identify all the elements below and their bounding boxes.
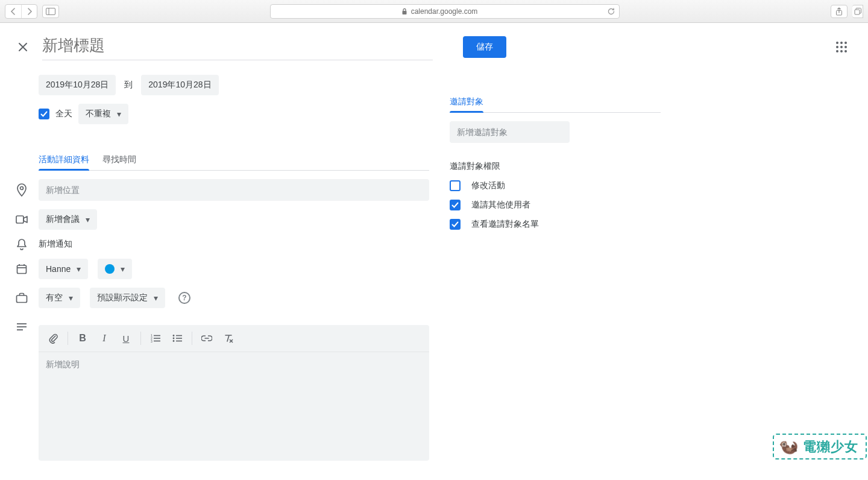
location-icon [14,183,29,197]
svg-rect-11 [17,295,27,303]
date-to-label: 到 [124,80,133,90]
chevron-down-icon: ▾ [77,264,81,274]
share-button[interactable] [831,5,848,18]
description-icon [14,323,29,331]
close-button[interactable] [14,39,31,55]
allday-label: 全天 [55,109,72,119]
share-icon [835,7,843,16]
tabs-button[interactable] [852,5,863,18]
address-bar-host: calendar.google.com [411,7,478,16]
svg-rect-7 [17,265,27,274]
calendar-owner-dropdown[interactable]: Hanne ▾ [39,259,88,279]
allday-checkbox[interactable] [39,109,49,119]
nav-back-forward-group [5,4,37,19]
svg-point-25 [173,340,175,342]
watermark-mascot-icon: 🦦 [779,437,798,456]
chevron-right-icon [27,8,33,15]
nav-forward-button[interactable] [21,5,37,18]
nav-back-button[interactable] [5,5,21,18]
add-notification-link[interactable]: 新增通知 [39,239,72,250]
guest-permissions-title: 邀請對象權限 [450,161,661,172]
chevron-down-icon: ▾ [86,215,90,224]
italic-button[interactable]: I [95,329,114,348]
svg-point-23 [173,338,175,339]
perm-modify-row: 修改活動 [450,180,661,191]
add-guest-input[interactable] [450,121,570,143]
event-color-dropdown[interactable]: ▾ [98,259,132,279]
paperclip-icon [48,333,58,344]
event-editor-header: 儲存 [0,23,868,66]
availability-label: 有空 [46,292,63,303]
svg-text:3: 3 [151,339,153,343]
insert-link-button[interactable] [197,329,216,348]
editor-toolbar: B I U 123 [39,325,429,352]
save-button[interactable]: 儲存 [463,36,506,58]
event-title-input[interactable] [42,34,433,60]
description-row: B I U 123 [14,317,429,461]
visibility-label: 預設顯示設定 [97,292,148,303]
tab-guests[interactable]: 邀請對象 [450,92,483,112]
event-details-column: 2019年10月28日 到 2019年10月28日 全天 不重複 ▾ 活動詳細資… [39,66,429,461]
sidebar-toggle-button[interactable] [42,5,59,18]
perm-see-list-checkbox[interactable] [450,219,461,230]
lock-icon [401,8,407,15]
event-editor-main: 2019年10月28日 到 2019年10月28日 全天 不重複 ▾ 活動詳細資… [0,66,868,479]
close-icon [17,42,28,52]
guests-tabs: 邀請對象 [450,92,661,113]
location-input[interactable] [39,179,429,201]
address-bar[interactable]: calendar.google.com [270,4,620,19]
briefcase-icon [14,292,29,303]
perm-invite-checkbox[interactable] [450,200,461,210]
add-conference-dropdown[interactable]: 新增會議 ▾ [39,209,97,230]
guests-column: 邀請對象 邀請對象權限 修改活動 邀請其他使用者 查看邀請對象名單 [450,66,661,461]
google-apps-button[interactable] [834,40,849,54]
underline-button[interactable]: U [116,329,136,348]
tab-event-details[interactable]: 活動詳細資料 [39,150,89,170]
numbered-list-button[interactable]: 123 [146,329,165,348]
description-editor: B I U 123 [39,325,429,461]
location-row [14,179,429,201]
clear-format-icon [224,333,233,343]
perm-see-list-label: 查看邀請對象名單 [471,219,539,230]
chevron-down-icon: ▾ [117,109,121,119]
link-icon [201,335,212,341]
bulleted-list-icon [172,334,182,343]
reload-button[interactable] [607,7,615,16]
sidebar-icon [46,8,55,15]
check-icon [40,110,48,118]
visibility-dropdown[interactable]: 預設顯示設定 ▾ [90,288,165,308]
numbered-list-icon: 123 [151,334,160,343]
perm-modify-label: 修改活動 [471,180,505,191]
italic-icon: I [102,333,105,344]
description-textarea[interactable]: 新增說明 [39,352,429,461]
tabs-icon [854,8,861,15]
bulleted-list-button[interactable] [168,329,187,348]
underline-icon: U [123,333,130,344]
bold-icon: B [79,333,86,344]
calendar-row: Hanne ▾ ▾ [14,259,429,279]
availability-dropdown[interactable]: 有空 ▾ [39,288,80,308]
perm-see-list-row: 查看邀請對象名單 [450,219,661,230]
end-date-chip[interactable]: 2019年10月28日 [141,75,218,95]
clear-formatting-button[interactable] [219,329,238,348]
check-icon [451,201,459,209]
visibility-help-button[interactable]: ? [178,292,190,304]
perm-modify-checkbox[interactable] [450,180,461,191]
chevron-down-icon: ▾ [121,264,125,274]
watermark-badge: 🦦 電獺少女 [773,434,867,459]
tab-find-time[interactable]: 尋找時間 [102,150,136,170]
svg-rect-0 [46,8,55,14]
availability-row: 有空 ▾ 預設顯示設定 ▾ ? [14,288,429,308]
browser-right-tools [831,5,863,18]
calendar-owner-label: Hanne [46,264,71,274]
video-icon [14,215,29,224]
svg-point-21 [173,335,175,336]
perm-invite-row: 邀請其他使用者 [450,200,661,210]
attach-file-button[interactable] [43,329,63,348]
address-bar-container: calendar.google.com [64,4,826,19]
start-date-chip[interactable]: 2019年10月28日 [39,75,116,95]
svg-rect-2 [402,11,406,14]
recurrence-dropdown[interactable]: 不重複 ▾ [78,104,128,124]
svg-point-5 [20,187,24,190]
bold-button[interactable]: B [73,329,92,348]
